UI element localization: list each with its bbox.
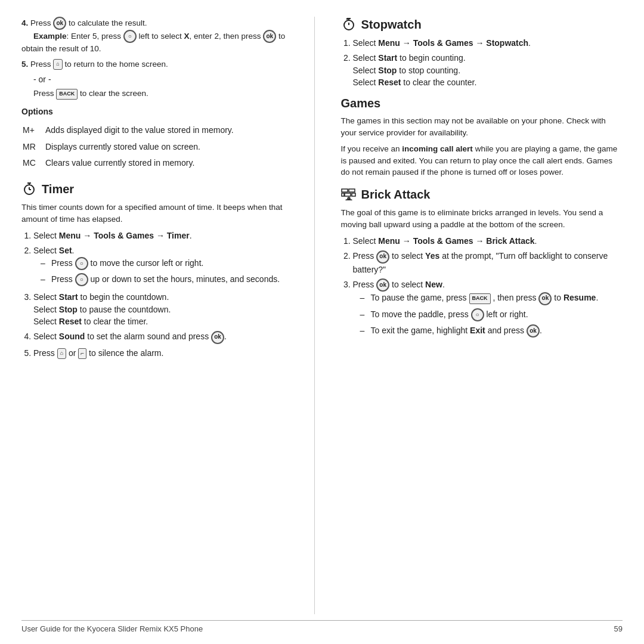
option-key-mr: MR bbox=[23, 140, 44, 156]
step5-label: 5. bbox=[21, 60, 28, 69]
timer-section: Timer This timer counts down for a speci… bbox=[21, 181, 304, 359]
footer: User Guide for the Kyocera Slider Remix … bbox=[21, 620, 623, 633]
ok-button-icon2: ok bbox=[263, 30, 276, 43]
brick-steps: Select Menu → Tools & Games → Brick Atta… bbox=[353, 235, 623, 338]
timer-step3: Select Start to begin the countdown. Sel… bbox=[33, 291, 304, 327]
footer-left: User Guide for the Kyocera Slider Remix … bbox=[21, 624, 203, 633]
nav-button-icon: ○ bbox=[123, 30, 137, 43]
option-row-mr: MR Displays currently stored value on sc… bbox=[23, 140, 302, 156]
home-button-icon: ⌂ bbox=[53, 59, 62, 70]
brick-sub1: To pause the game, press BACK , then pre… bbox=[365, 292, 623, 305]
stopwatch-step1: Select Menu → Tools & Games → Stopwatch. bbox=[353, 37, 623, 49]
brick-step3: Press ok to select New. To pause the gam… bbox=[353, 278, 623, 338]
ok-button-icon: ok bbox=[53, 17, 66, 30]
press-back-text2: to clear the screen. bbox=[80, 89, 148, 98]
step4: 4. Press ok to calculate the result. Exa… bbox=[21, 17, 304, 55]
right-column: Stopwatch Select Menu → Tools & Games → … bbox=[336, 17, 623, 614]
step5-text2: to return to the home screen. bbox=[65, 60, 168, 69]
stopwatch-steps: Select Menu → Tools & Games → Stopwatch.… bbox=[353, 37, 623, 88]
nav-icon-sub2: ○ bbox=[75, 273, 88, 286]
step4-text2: to calculate the result. bbox=[69, 18, 147, 27]
timer-step2-sub1: Press ○ to move the cursor left or right… bbox=[45, 257, 304, 270]
options-title: Options bbox=[21, 106, 304, 117]
step4-label: 4. bbox=[21, 18, 28, 27]
timer-desc: This timer counts down for a specified a… bbox=[21, 202, 304, 225]
brick-step2: Press ok to select Yes at the prompt, "T… bbox=[353, 250, 623, 275]
stopwatch-title-text: Stopwatch bbox=[361, 18, 422, 32]
options-section: Options M+ Adds displayed digit to the v… bbox=[21, 106, 304, 173]
brick-desc: The goal of this game is to eliminate br… bbox=[341, 207, 623, 230]
svg-rect-13 bbox=[342, 193, 344, 196]
games-section: Games The games in this section may not … bbox=[341, 97, 623, 178]
svg-rect-15 bbox=[346, 200, 352, 200]
footer-right: 59 bbox=[614, 624, 623, 633]
or-divider: - or - bbox=[33, 73, 304, 85]
ok-icon-brick-exit: ok bbox=[527, 324, 540, 338]
step4-press: Press bbox=[30, 18, 51, 27]
nav-icon-brick: ○ bbox=[471, 308, 484, 321]
option-key-mc: MC bbox=[23, 156, 44, 172]
brick-step1: Select Menu → Tools & Games → Brick Atta… bbox=[353, 235, 623, 247]
example-label: Example bbox=[33, 32, 67, 41]
press-back-line: Press BACK to clear the screen. bbox=[33, 88, 304, 100]
brick-title-text: Brick Attack bbox=[361, 188, 431, 202]
ok-icon-brick3: ok bbox=[376, 278, 389, 292]
option-desc-mp: Adds displayed digit to the value stored… bbox=[45, 123, 302, 139]
brick-attack-section: Brick Attack The goal of this game is to… bbox=[341, 187, 623, 338]
example-text3: , enter 2, then press bbox=[189, 32, 261, 41]
games-title-row: Games bbox=[341, 97, 623, 110]
press-back-press: Press bbox=[33, 89, 54, 98]
step5-press: Press bbox=[30, 60, 51, 69]
svg-rect-10 bbox=[349, 189, 355, 192]
svg-rect-12 bbox=[352, 193, 355, 196]
svg-rect-9 bbox=[342, 189, 348, 192]
games-desc2: If you receive an incoming call alert wh… bbox=[341, 143, 623, 178]
option-row-mp: M+ Adds displayed digit to the value sto… bbox=[23, 123, 302, 139]
timer-step2-sub2: Press ○ up or down to set the hours, min… bbox=[45, 273, 304, 286]
left-column: 4. Press ok to calculate the result. Exa… bbox=[21, 17, 315, 614]
timer-title-row: Timer bbox=[21, 181, 304, 197]
stopwatch-step2: Select Start to begin counting. Select S… bbox=[353, 52, 623, 88]
brick-sub2: To move the paddle, press ○ left or righ… bbox=[365, 308, 623, 321]
step5: 5. Press ⌂ to return to the home screen. bbox=[21, 58, 304, 70]
timer-step4: Select Sound to set the alarm sound and … bbox=[33, 330, 304, 343]
option-desc-mc: Clears value currently stored in memory. bbox=[45, 156, 302, 172]
ok-icon-brick2: ok bbox=[376, 250, 389, 264]
brick-icon bbox=[341, 187, 357, 202]
option-key-mp: M+ bbox=[23, 123, 44, 139]
games-title-text: Games bbox=[341, 97, 381, 110]
ok-icon-brick-resume: ok bbox=[538, 292, 552, 305]
options-table: M+ Adds displayed digit to the value sto… bbox=[21, 122, 304, 173]
brick-title-row: Brick Attack bbox=[341, 187, 623, 202]
nav-icon-sub1: ○ bbox=[75, 257, 88, 270]
stopwatch-section: Stopwatch Select Menu → Tools & Games → … bbox=[341, 17, 623, 88]
brick-step3-subs: To pause the game, press BACK , then pre… bbox=[365, 292, 623, 338]
option-desc-mr: Displays currently stored value on scree… bbox=[45, 140, 302, 156]
games-desc1: The games in this section may not be ava… bbox=[341, 115, 623, 138]
back-button-icon: BACK bbox=[56, 89, 78, 100]
svg-rect-11 bbox=[345, 193, 351, 196]
page: 4. Press ok to calculate the result. Exa… bbox=[0, 0, 644, 644]
main-columns: 4. Press ok to calculate the result. Exa… bbox=[21, 17, 623, 614]
timer-step1: Select Menu → Tools & Games → Timer. bbox=[33, 230, 304, 242]
home-icon-step5: ⌂ bbox=[57, 348, 66, 359]
timer-step2: Select Set. Press ○ to move the cursor l… bbox=[33, 244, 304, 286]
timer-steps: Select Menu → Tools & Games → Timer. Sel… bbox=[33, 230, 304, 359]
stopwatch-title-row: Stopwatch bbox=[341, 17, 623, 32]
example-text2: left to select bbox=[139, 32, 182, 41]
timer-icon bbox=[21, 181, 37, 197]
end-icon-step5: ⌐ bbox=[78, 348, 86, 359]
back-icon-brick: BACK bbox=[469, 293, 491, 304]
ok-icon-step4: ok bbox=[211, 331, 224, 344]
timer-step2-subs: Press ○ to move the cursor left or right… bbox=[45, 257, 304, 287]
example-text: : Enter 5, press bbox=[67, 32, 122, 41]
stopwatch-icon bbox=[341, 17, 357, 32]
option-row-mc: MC Clears value currently stored in memo… bbox=[23, 156, 302, 172]
brick-sub3: To exit the game, highlight Exit and pre… bbox=[365, 324, 623, 338]
timer-title-text: Timer bbox=[42, 182, 74, 196]
timer-step5: Press ⌂ or ⌐ to silence the alarm. bbox=[33, 347, 304, 359]
